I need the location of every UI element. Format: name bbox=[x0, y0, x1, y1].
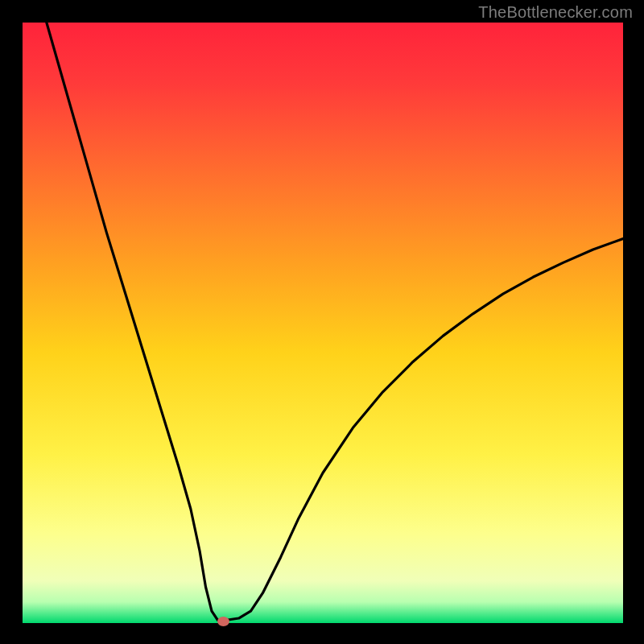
watermark-text: TheBottlenecker.com bbox=[478, 3, 633, 22]
bottleneck-marker bbox=[217, 617, 229, 626]
gradient-background bbox=[23, 23, 623, 623]
chart-stage: TheBottlenecker.com bbox=[0, 0, 644, 644]
bottleneck-plot bbox=[23, 23, 623, 623]
